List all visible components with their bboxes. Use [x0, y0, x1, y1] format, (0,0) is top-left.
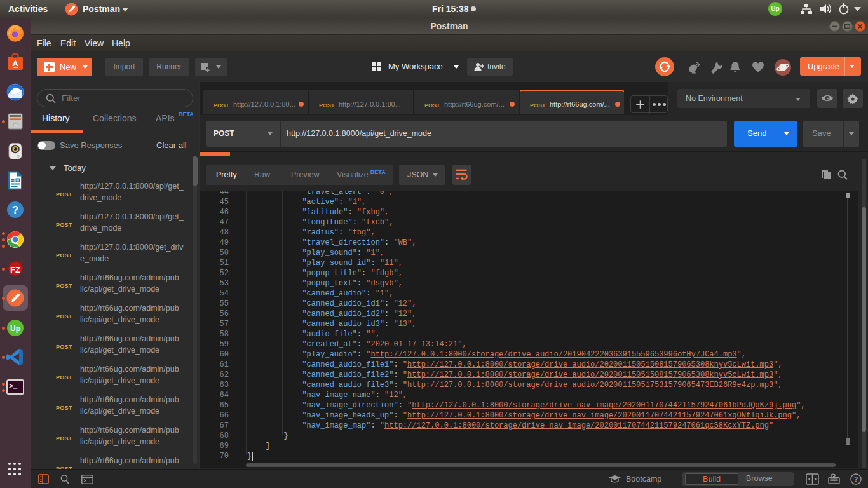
svg-text:FZ: FZ	[10, 265, 20, 274]
svg-text:>_: >_	[9, 383, 18, 390]
svg-text:?: ?	[12, 204, 18, 216]
svg-text:?: ?	[854, 475, 858, 483]
svg-text:Up: Up	[10, 324, 20, 333]
